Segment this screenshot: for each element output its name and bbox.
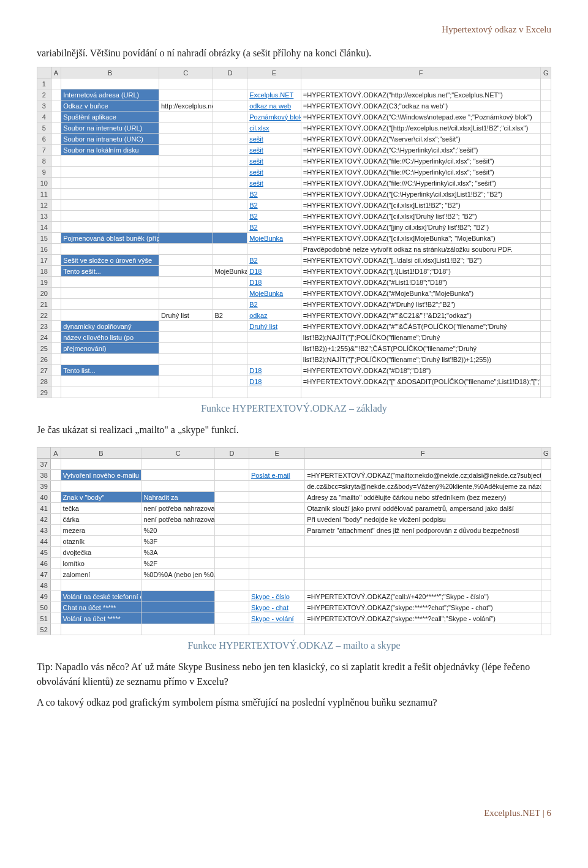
cell: otazník [61,536,141,547]
cell [249,580,304,591]
cell [159,178,213,189]
row-header: 5 [37,123,51,134]
col-header: A [51,448,61,459]
hyperlink-cell[interactable]: B2 [249,257,257,264]
cell: B2 [247,200,301,211]
cell: D18 [247,365,301,376]
cell: =HYPERTEXTOVÝ.ODKAZ("[cil.xlsx]'Druhý li… [301,211,541,222]
hyperlink-cell[interactable]: sešit [249,135,263,143]
cell: =HYPERTEXTOVÝ.ODKAZ("[C:\Hyperlinky\cil.… [301,189,541,200]
row-header: 7 [37,145,51,156]
cell [51,156,61,167]
hyperlink-cell[interactable]: odkaz [249,312,267,319]
hyperlink-cell[interactable]: Poslat e-mail [251,472,290,479]
hyperlink-cell[interactable]: Skype - číslo [251,593,290,600]
hyperlink-cell[interactable]: D18 [249,378,262,385]
cell [159,222,213,233]
cell [541,200,551,211]
hyperlink-cell[interactable]: B2 [249,301,257,308]
hyperlink-cell[interactable]: B2 [249,202,257,209]
row-header: 9 [37,167,51,178]
cell [61,189,159,200]
cell [61,354,159,365]
hyperlink-cell[interactable]: D18 [249,279,262,286]
hyperlink-cell[interactable]: sešit [249,168,263,176]
cell [159,78,213,89]
page-header: Hypertextový odkaz v Excelu [37,25,551,35]
hyperlink-cell[interactable]: B2 [249,213,257,220]
cell [159,255,213,266]
hyperlink-cell[interactable]: cil.xlsx [249,124,269,132]
cell: %3F [141,536,215,547]
row-header: 26 [37,354,51,365]
cell [213,332,247,343]
cell [541,123,551,134]
hyperlink-cell[interactable]: sešit [249,146,263,154]
cell [541,222,551,233]
cell: Soubor na lokálním disku [61,145,159,156]
hyperlink-cell[interactable]: odkaz na web [249,102,291,110]
cell: B2 [247,255,301,266]
cell [541,354,551,365]
hyperlink-cell[interactable]: B2 [249,191,257,198]
hyperlink-cell[interactable]: Skype - volání [251,615,294,622]
hyperlink-cell[interactable]: Skype - chat [251,604,288,611]
row-header: 38 [37,470,51,481]
hyperlink-cell[interactable]: MojeBunka [249,290,283,297]
row-header: 15 [37,233,51,244]
hyperlink-cell[interactable]: D18 [249,268,262,275]
cell [213,343,247,354]
cell [159,189,213,200]
cell [51,299,61,310]
cell: =HYPERTEXTOVÝ.ODKAZ("\\server\cil.xlsx";… [301,134,541,145]
cell: =HYPERTEXTOVÝ.ODKAZ("C:\Windows\notepad.… [301,111,541,123]
cell [51,387,61,398]
cell [51,602,61,613]
row-header: 40 [37,492,51,503]
hyperlink-cell[interactable]: D18 [249,367,262,374]
row-header: 6 [37,134,51,145]
hyperlink-cell[interactable]: Excelplus.NET [249,91,293,99]
cell [247,244,301,255]
cell [61,580,141,591]
row-header: 48 [37,580,51,591]
cell: Poznámkový blok [247,111,301,123]
cell [249,558,304,569]
cell [51,78,61,89]
row-header: 17 [37,255,51,266]
cell [51,354,61,365]
hyperlink-cell[interactable]: Poznámkový blok [249,113,301,121]
hyperlink-cell[interactable]: MojeBunka [249,235,283,242]
cell [51,569,61,580]
cell [51,200,61,211]
hyperlink-cell[interactable]: Druhý list [249,323,277,330]
cell [541,514,551,525]
hyperlink-cell[interactable]: sešit [249,157,263,165]
cell [215,470,249,481]
cell: lomítko [61,558,141,569]
cell [215,613,249,624]
cell [51,288,61,299]
cell: http://excelplus.net [159,100,213,111]
cell: Nahradit za [141,492,215,503]
cell [541,321,551,332]
cell: =HYPERTEXTOVÝ.ODKAZ("http://excelplus.ne… [301,89,541,100]
cell [51,481,61,492]
col-header: D [215,448,249,459]
row-header: 45 [37,547,51,558]
hyperlink-cell[interactable]: B2 [249,224,257,231]
hyperlink-cell[interactable]: sešit [249,179,263,187]
cell [249,525,304,536]
cell [51,310,61,321]
cell [51,591,61,602]
row-header: 19 [37,277,51,288]
cell [159,365,213,376]
cell [541,277,551,288]
cell: D18 [247,266,301,277]
col-header: F [305,448,541,459]
cell [215,569,249,580]
excel-screenshot-1: ABCDEFG 12Internetová adresa (URL)Excelp… [37,67,551,398]
cell [51,558,61,569]
cell: sešit [247,167,301,178]
cell [247,387,301,398]
